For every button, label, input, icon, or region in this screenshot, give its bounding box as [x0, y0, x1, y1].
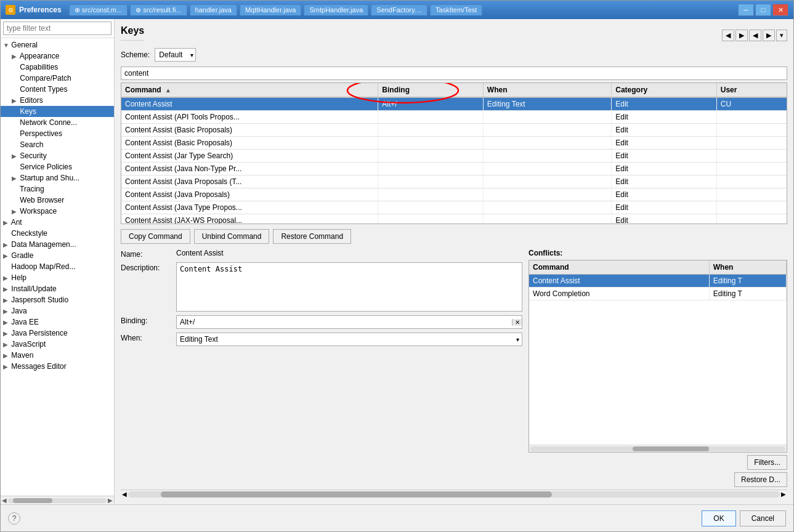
- sidebar-item-ant[interactable]: ▶ Ant: [1, 217, 114, 228]
- col-header-category[interactable]: Category: [612, 83, 717, 97]
- col-header-command[interactable]: Command ▲: [121, 83, 378, 97]
- cell-user: [716, 214, 787, 225]
- conflicts-col-command[interactable]: Command: [529, 260, 709, 275]
- sidebar-item-capabilities[interactable]: Capabilities: [1, 62, 114, 73]
- hscroll-right-arrow[interactable]: ▶: [781, 491, 786, 498]
- tab-1[interactable]: ⊕ src/const.m...: [69, 4, 128, 15]
- table-row[interactable]: Content Assist (Java Proposals (T... Edi…: [121, 175, 787, 188]
- nav-forward-button[interactable]: ▶: [735, 30, 748, 41]
- conflicts-scroll-track[interactable]: [530, 446, 785, 451]
- sidebar-item-checkstyle[interactable]: Checkstyle: [1, 228, 114, 239]
- conflicts-scroll-thumb: [633, 446, 709, 451]
- col-header-binding[interactable]: Binding: [378, 83, 484, 97]
- sidebar-item-hadoop[interactable]: Hadoop Map/Red...: [1, 261, 114, 272]
- sidebar-item-keys[interactable]: Keys: [1, 106, 114, 117]
- sidebar-item-gradle[interactable]: ▶ Gradle: [1, 250, 114, 261]
- sidebar-horizontal-scrollbar[interactable]: ◀ ▶: [1, 496, 114, 504]
- sidebar-item-security[interactable]: ▶ Security: [1, 150, 114, 161]
- sidebar-item-java[interactable]: ▶ Java: [1, 305, 114, 316]
- conflicts-col-when[interactable]: When: [709, 260, 786, 275]
- table-row[interactable]: Content Assist Alt+/ Editing Text Edit C…: [121, 97, 787, 111]
- sidebar-item-jaspersoft[interactable]: ▶ Jaspersoft Studio: [1, 294, 114, 305]
- sidebar-item-messages-editor[interactable]: ▶ Messages Editor: [1, 361, 114, 372]
- nav-forward2-button[interactable]: ▶: [763, 30, 775, 41]
- sidebar-item-editors[interactable]: ▶ Editors: [1, 95, 114, 106]
- scroll-left-arrow[interactable]: ◀: [2, 497, 7, 504]
- tab-2[interactable]: ⊕ src/result.fi...: [130, 4, 187, 15]
- sidebar-item-workspace[interactable]: ▶ Workspace: [1, 206, 114, 217]
- restore-command-button[interactable]: Restore Command: [273, 229, 351, 244]
- tab-6[interactable]: SendFactory....: [371, 4, 427, 15]
- hscroll-track[interactable]: [128, 491, 780, 498]
- sidebar-item-web-browser[interactable]: Web Browser: [1, 195, 114, 206]
- sidebar-item-java-ee[interactable]: ▶ Java EE: [1, 316, 114, 328]
- expand-arrow-appearance: ▶: [12, 53, 18, 60]
- filter-input[interactable]: [3, 22, 111, 35]
- sidebar-item-content-types[interactable]: Content Types: [1, 84, 114, 95]
- ok-button[interactable]: OK: [702, 510, 735, 526]
- tab-4[interactable]: MqttHandler.java: [240, 4, 302, 15]
- sidebar-item-startup[interactable]: ▶ Startup and Shu...: [1, 172, 114, 183]
- tab-7[interactable]: TaskItem/Test: [430, 4, 482, 15]
- col-header-when[interactable]: When: [483, 83, 611, 97]
- maximize-button[interactable]: □: [755, 4, 771, 16]
- table-row[interactable]: Content Assist (Basic Proposals) Edit: [121, 137, 787, 150]
- restore-defaults-button[interactable]: Restore D...: [734, 472, 787, 487]
- conflicts-horizontal-scrollbar[interactable]: [529, 445, 787, 452]
- binding-input[interactable]: [177, 316, 512, 328]
- sidebar-item-service-policies[interactable]: Service Policies: [1, 161, 114, 172]
- when-select[interactable]: Editing Text In Windows In Dialogs: [176, 332, 522, 346]
- title-bar: ⚙ Preferences ⊕ src/const.m... ⊕ src/res…: [1, 1, 793, 19]
- conflicts-row[interactable]: Word Completion Editing T: [529, 288, 787, 300]
- cancel-button[interactable]: Cancel: [740, 510, 786, 526]
- copy-command-button[interactable]: Copy Command: [121, 229, 190, 244]
- scroll-track[interactable]: [8, 498, 107, 503]
- tab-5[interactable]: SmtpHandler.java: [304, 4, 368, 15]
- sidebar-item-data-management[interactable]: ▶ Data Managemen...: [1, 239, 114, 250]
- table-row[interactable]: Content Assist (Basic Proposals) Edit: [121, 124, 787, 137]
- description-textarea[interactable]: Content Assist: [176, 262, 522, 312]
- cell-command: Content Assist (Basic Proposals): [121, 124, 378, 137]
- sidebar-item-general[interactable]: ▼ General: [1, 39, 114, 50]
- binding-clear-button[interactable]: ✕: [512, 319, 522, 326]
- sidebar-item-compare-patch[interactable]: Compare/Patch: [1, 73, 114, 84]
- table-row[interactable]: Content Assist (Java Proposals) Edit: [121, 188, 787, 201]
- table-row[interactable]: Content Assist (Jar Type Search) Edit: [121, 150, 787, 163]
- sidebar-item-perspectives[interactable]: Perspectives: [1, 128, 114, 139]
- sidebar-item-maven[interactable]: ▶ Maven: [1, 350, 114, 361]
- nav-back2-button[interactable]: ◀: [749, 30, 761, 41]
- main-horizontal-scrollbar[interactable]: ◀ ▶: [121, 490, 787, 498]
- scheme-select[interactable]: Default: [155, 48, 196, 62]
- details-section: Name: Content Assist Description: Conten…: [121, 249, 787, 487]
- filters-button[interactable]: Filters...: [747, 455, 787, 470]
- cell-category: Edit: [612, 150, 717, 163]
- minimize-button[interactable]: ─: [738, 4, 754, 16]
- table-row[interactable]: Content Assist (Java Non-Type Pr... Edit: [121, 163, 787, 175]
- unbind-command-button[interactable]: Unbind Command: [194, 229, 270, 244]
- sidebar-item-tracing[interactable]: Tracing: [1, 183, 114, 195]
- sidebar-item-javascript[interactable]: ▶ JavaScript: [1, 339, 114, 350]
- cell-when: Editing Text: [483, 97, 611, 111]
- scroll-right-arrow[interactable]: ▶: [108, 497, 113, 504]
- table-row[interactable]: Content Assist (API Tools Propos... Edit: [121, 111, 787, 124]
- tab-3[interactable]: handler.java: [190, 4, 237, 15]
- cell-user: CU: [716, 97, 787, 111]
- close-button[interactable]: ✕: [772, 4, 788, 16]
- sidebar-item-help[interactable]: ▶ Help: [1, 272, 114, 283]
- expand-arrow-workspace: ▶: [12, 208, 18, 215]
- nav-back-button[interactable]: ◀: [722, 30, 734, 41]
- search-input[interactable]: [121, 66, 787, 80]
- sidebar-item-appearance[interactable]: ▶ Appearance: [1, 50, 114, 62]
- sidebar-item-java-persistence[interactable]: ▶ Java Persistence: [1, 328, 114, 339]
- nav-menu-button[interactable]: ▾: [776, 30, 787, 41]
- cell-category: Edit: [612, 137, 717, 150]
- sidebar-item-network[interactable]: Network Conne...: [1, 117, 114, 128]
- table-row[interactable]: Content Assist (Java Type Propos... Edit: [121, 201, 787, 214]
- sidebar-item-install-update[interactable]: ▶ Install/Update: [1, 283, 114, 294]
- help-button[interactable]: ?: [8, 512, 20, 525]
- hscroll-left-arrow[interactable]: ◀: [122, 491, 127, 498]
- sidebar-item-search[interactable]: Search: [1, 139, 114, 150]
- conflicts-row[interactable]: Content Assist Editing T: [529, 275, 787, 288]
- table-row[interactable]: Content Assist (JAX-WS Proposal... Edit: [121, 214, 787, 225]
- col-header-user[interactable]: User: [716, 83, 787, 97]
